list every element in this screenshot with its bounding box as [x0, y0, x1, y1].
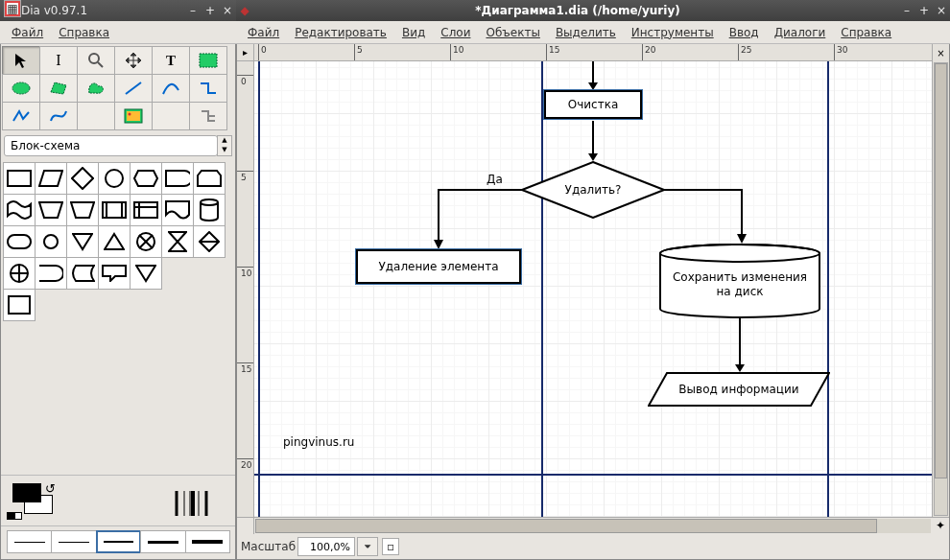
shape-extract[interactable] [66, 225, 99, 258]
shape-istorage[interactable] [130, 194, 162, 226]
line-style-preview[interactable] [162, 487, 229, 520]
shape-display[interactable] [161, 162, 194, 195]
thickness-4[interactable] [185, 530, 230, 553]
tool-bezier[interactable] [39, 102, 78, 130]
close-view-button[interactable]: × [932, 44, 949, 61]
canvas-titlebar[interactable]: ◆ *Диаграмма1.dia (/home/yuriy) – + × [236, 0, 950, 21]
nav-fit-button[interactable]: ✦ [932, 518, 949, 534]
tool-outline[interactable] [189, 102, 227, 130]
shape-connector[interactable] [98, 162, 131, 195]
fg-color-swatch[interactable] [12, 483, 41, 502]
shape-offpage[interactable] [66, 194, 99, 226]
swap-colors-icon[interactable]: ↺ [45, 481, 56, 496]
chevron-down-icon[interactable]: ▼ [218, 146, 231, 155]
shape-rounded[interactable] [130, 162, 162, 195]
shape-disk[interactable] [193, 194, 226, 226]
tool-magnify[interactable] [77, 46, 115, 75]
shape-manual-op[interactable] [35, 194, 67, 226]
thickness-2[interactable] [96, 530, 141, 553]
thickness-1[interactable] [51, 530, 96, 553]
tool-text[interactable]: T [152, 46, 190, 75]
shape-parallelogram[interactable] [35, 162, 67, 195]
shape-delay[interactable] [35, 257, 67, 290]
tool-beziergon[interactable] [77, 74, 115, 103]
arrow-yes-branch[interactable] [433, 186, 529, 255]
tool-line[interactable] [114, 74, 153, 103]
maximize-button[interactable]: + [915, 4, 933, 17]
close-button[interactable]: × [219, 4, 236, 17]
shape-terminal[interactable] [3, 225, 36, 258]
minimize-button[interactable]: – [184, 4, 202, 17]
arrow-save-to-output[interactable] [734, 318, 746, 378]
shape-sort[interactable] [193, 225, 226, 258]
zoom-input[interactable] [297, 537, 355, 556]
horizontal-ruler[interactable]: 0 5 10 15 20 25 30 [254, 44, 932, 61]
menu-layers[interactable]: Слои [433, 23, 478, 42]
shape-sumjunc[interactable] [130, 225, 162, 258]
arrow-no-branch[interactable] [661, 186, 748, 249]
shape-small-conn[interactable] [35, 225, 67, 258]
horizontal-scrollbar[interactable] [255, 519, 931, 533]
menu-help[interactable]: Справка [51, 23, 117, 42]
node-delete-element[interactable]: Удаление элемента [356, 249, 521, 284]
thickness-hairline[interactable] [7, 530, 52, 553]
tool-polyline[interactable] [2, 102, 40, 130]
maximize-button[interactable]: + [202, 4, 219, 17]
tool-scroll[interactable] [114, 46, 153, 75]
node-save-disk[interactable]: Сохранить изменения на диск [658, 244, 821, 318]
tool-pointer[interactable] [2, 46, 40, 75]
vertical-scrollbar[interactable] [932, 61, 949, 517]
shape-trisort[interactable] [130, 257, 162, 290]
shape-orjunc[interactable] [3, 257, 36, 290]
snap-toggle[interactable]: ▫ [382, 538, 399, 555]
shape-tape[interactable] [3, 194, 36, 226]
tool-arc[interactable] [152, 74, 190, 103]
tool-image[interactable] [114, 102, 153, 130]
menu-dialogs[interactable]: Диалоги [767, 23, 834, 42]
default-colors-icon[interactable] [7, 512, 22, 520]
shape-predef[interactable] [98, 194, 131, 226]
menu-select[interactable]: Выделить [548, 23, 624, 42]
zoom-dropdown[interactable]: ⏷ [357, 537, 378, 556]
node-output[interactable]: Вывод информации [648, 372, 830, 407]
shape-document[interactable] [161, 194, 194, 226]
shape-merge[interactable] [98, 225, 131, 258]
minimize-button[interactable]: – [898, 4, 915, 17]
tool-polygon[interactable] [39, 74, 78, 103]
menu-edit[interactable]: Редактировать [287, 23, 394, 42]
shape-loop-limit[interactable] [193, 162, 226, 195]
menu-file[interactable]: Файл [240, 23, 287, 42]
vertical-ruler[interactable]: 0 5 10 15 20 [237, 61, 254, 517]
vscroll-thumb[interactable] [935, 63, 947, 478]
sheet-spin[interactable]: ▲▼ [217, 135, 232, 156]
menu-view[interactable]: Вид [394, 23, 433, 42]
node-decision[interactable]: Удалить? [521, 161, 665, 219]
origin-corner[interactable]: ▸ [237, 44, 254, 61]
shape-stored[interactable] [66, 257, 99, 290]
hscroll-thumb[interactable] [255, 519, 877, 533]
menu-file[interactable]: Файл [4, 23, 51, 42]
canvas[interactable]: Очистка Удалить? Да [254, 61, 932, 517]
node-clean[interactable]: Очистка [544, 90, 642, 119]
tool-ellipse[interactable] [2, 74, 40, 103]
tool-zigzag[interactable] [189, 74, 227, 103]
menu-help[interactable]: Справка [833, 23, 899, 42]
toolbox-titlebar[interactable]: ◆ Dia v0.97.1 – + × [0, 0, 236, 21]
tool-text-edit[interactable]: I [39, 46, 78, 75]
menu-tools[interactable]: Инструменты [624, 23, 722, 42]
shape-decision[interactable] [66, 162, 99, 195]
menu-objects[interactable]: Объекты [478, 23, 547, 42]
shape-process[interactable] [3, 162, 36, 195]
tool-box[interactable] [189, 46, 227, 75]
grid-toggle[interactable]: ▦ [4, 0, 21, 17]
sheet-name-input[interactable] [4, 135, 218, 156]
thickness-3[interactable] [140, 530, 185, 553]
color-swatch[interactable]: ↺ [7, 481, 64, 520]
shape-collate[interactable] [161, 225, 194, 258]
chevron-up-icon[interactable]: ▲ [218, 136, 231, 146]
menu-input[interactable]: Ввод [722, 23, 767, 42]
arrow-clean-to-decision[interactable] [587, 121, 599, 167]
close-button[interactable]: × [933, 4, 950, 17]
shape-comment[interactable] [98, 257, 131, 290]
shape-card[interactable] [3, 289, 36, 321]
